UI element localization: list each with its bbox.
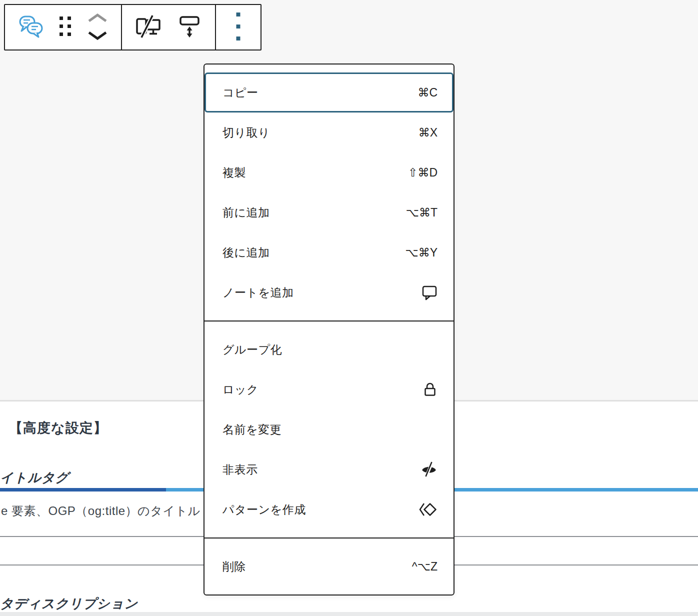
menu-item-duplicate[interactable]: 複製⇧⌘D	[204, 152, 454, 192]
block-options-menu: コピー⌘C切り取り⌘X複製⇧⌘D前に追加⌥⌘T後に追加⌥⌘Yノートを追加グループ…	[204, 64, 454, 596]
menu-item-insert-after[interactable]: 後に追加⌥⌘Y	[204, 232, 454, 272]
menu-item-group[interactable]: グループ化	[204, 330, 454, 370]
options-button[interactable]	[231, 5, 246, 50]
menu-item-copy[interactable]: コピー⌘C	[204, 72, 454, 112]
move-up-button[interactable]	[86, 14, 109, 24]
title-tag-description: e 要素、OGP（og:title）のタイトル	[1, 503, 200, 519]
block-type-button[interactable]	[13, 5, 49, 50]
drag-handle-icon	[59, 16, 72, 38]
menu-item-insert-before[interactable]: 前に追加⌥⌘T	[204, 192, 454, 232]
title-length-bar-filled	[0, 488, 166, 492]
menu-item-label: 後に追加	[222, 245, 270, 260]
menu-item-delete[interactable]: 削除^⌥Z	[204, 546, 454, 586]
device-visibility-icon	[135, 14, 162, 40]
block-spacing-icon	[177, 15, 202, 40]
block-spacing-button[interactable]	[172, 5, 207, 50]
menu-section: コピー⌘C切り取り⌘X複製⇧⌘D前に追加⌥⌘T後に追加⌥⌘Yノートを追加	[204, 64, 454, 320]
comment-icon	[422, 284, 438, 300]
device-visibility-button[interactable]	[130, 5, 167, 50]
menu-item-label: ロック	[222, 382, 258, 398]
title-tag-heading: イトルタグ	[0, 469, 69, 486]
menu-item-add-note[interactable]: ノートを追加	[204, 272, 454, 312]
menu-item-label: 削除	[222, 559, 246, 574]
menu-item-lock[interactable]: ロック	[204, 370, 454, 410]
toolbar-group-block	[5, 5, 122, 50]
menu-item-rename[interactable]: 名前を変更	[204, 410, 454, 450]
move-down-icon	[86, 31, 109, 42]
metabox-bottom-strip	[0, 612, 698, 616]
menu-item-shortcut: ⌥⌘T	[406, 206, 438, 220]
toolbar-group-more	[216, 5, 260, 50]
options-kebab-icon	[236, 12, 240, 42]
move-up-icon	[86, 14, 109, 24]
menu-item-label: 切り取り	[222, 125, 270, 140]
menu-item-label: 非表示	[222, 462, 258, 478]
menu-item-label: グループ化	[222, 342, 282, 358]
editor-screen: 【高度な設定】 イトルタグ e 要素、OGP（og:title）のタイトル タデ…	[0, 0, 698, 616]
menu-item-label: パターンを作成	[222, 502, 306, 518]
symbol-icon	[418, 502, 438, 517]
advanced-settings-heading: 【高度な設定】	[9, 419, 108, 437]
menu-item-label: コピー	[222, 85, 258, 100]
meta-description-heading: タディスクリプション	[0, 595, 138, 612]
block-toolbar	[4, 4, 262, 50]
menu-item-cut[interactable]: 切り取り⌘X	[204, 112, 454, 152]
menu-item-shortcut: ^⌥Z	[412, 560, 438, 574]
menu-item-shortcut: ⌘X	[418, 126, 438, 140]
menu-item-shortcut: ⇧⌘D	[408, 166, 438, 180]
menu-item-shortcut: ⌥⌘Y	[405, 246, 438, 260]
menu-item-create-pattern[interactable]: パターンを作成	[204, 490, 454, 530]
balloon-block-icon	[18, 15, 44, 40]
drag-handle[interactable]	[54, 5, 77, 50]
menu-item-label: 名前を変更	[222, 422, 282, 438]
menu-item-label: 複製	[222, 165, 246, 180]
move-down-button[interactable]	[86, 31, 109, 42]
toolbar-group-display	[122, 5, 216, 50]
menu-item-label: 前に追加	[222, 205, 270, 220]
menu-item-shortcut: ⌘C	[418, 86, 438, 100]
menu-item-hide[interactable]: 非表示	[204, 450, 454, 490]
menu-item-label: ノートを追加	[222, 285, 294, 300]
lock-icon	[422, 382, 438, 398]
menu-section: グループ化ロック名前を変更非表示パターンを作成	[204, 320, 454, 538]
menu-section: 削除^⌥Z	[204, 538, 454, 594]
unseen-icon	[420, 460, 438, 478]
